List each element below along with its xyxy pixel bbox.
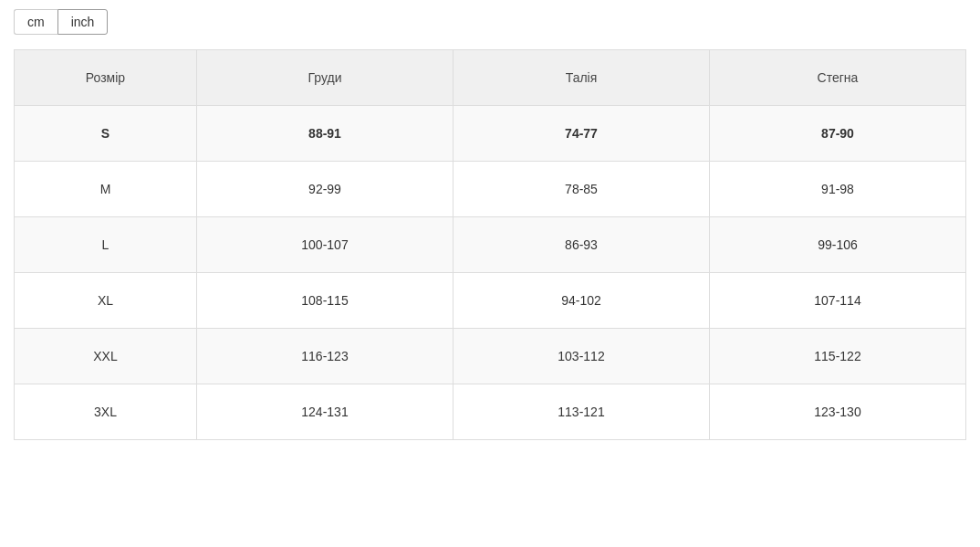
cell-chest: 116-123 bbox=[197, 329, 454, 384]
cell-chest: 124-131 bbox=[197, 384, 454, 440]
cell-size: L bbox=[15, 217, 197, 273]
header-hip: Стегна bbox=[710, 50, 966, 106]
cell-waist: 74-77 bbox=[454, 106, 710, 162]
cell-size: XXL bbox=[15, 329, 197, 384]
cell-waist: 94-102 bbox=[454, 273, 710, 329]
table-row: S88-9174-7787-90 bbox=[15, 106, 966, 162]
cell-hip: 91-98 bbox=[710, 162, 966, 217]
table-row: 3XL124-131113-121123-130 bbox=[15, 384, 966, 440]
cell-waist: 78-85 bbox=[454, 162, 710, 217]
cell-chest: 100-107 bbox=[197, 217, 454, 273]
unit-toggle-group: cm inch bbox=[14, 9, 966, 35]
cell-chest: 92-99 bbox=[197, 162, 454, 217]
cell-chest: 108-115 bbox=[197, 273, 454, 329]
cm-button[interactable]: cm bbox=[14, 9, 57, 35]
cell-hip: 107-114 bbox=[710, 273, 966, 329]
table-header-row: Розмір Груди Талія Стегна bbox=[15, 50, 966, 106]
cell-size: 3XL bbox=[15, 384, 197, 440]
cell-hip: 123-130 bbox=[710, 384, 966, 440]
cell-waist: 86-93 bbox=[454, 217, 710, 273]
header-waist: Талія bbox=[454, 50, 710, 106]
table-row: M92-9978-8591-98 bbox=[15, 162, 966, 217]
inch-button[interactable]: inch bbox=[57, 9, 109, 35]
table-row: XXL116-123103-112115-122 bbox=[15, 329, 966, 384]
cell-size: S bbox=[15, 106, 197, 162]
cell-hip: 87-90 bbox=[710, 106, 966, 162]
cell-hip: 99-106 bbox=[710, 217, 966, 273]
cell-hip: 115-122 bbox=[710, 329, 966, 384]
cell-size: M bbox=[15, 162, 197, 217]
cell-chest: 88-91 bbox=[197, 106, 454, 162]
size-chart-table: Розмір Груди Талія Стегна S88-9174-7787-… bbox=[14, 49, 966, 440]
table-row: XL108-11594-102107-114 bbox=[15, 273, 966, 329]
table-row: L100-10786-9399-106 bbox=[15, 217, 966, 273]
cell-waist: 113-121 bbox=[454, 384, 710, 440]
cell-size: XL bbox=[15, 273, 197, 329]
cell-waist: 103-112 bbox=[454, 329, 710, 384]
header-size: Розмір bbox=[15, 50, 197, 106]
header-chest: Груди bbox=[197, 50, 454, 106]
